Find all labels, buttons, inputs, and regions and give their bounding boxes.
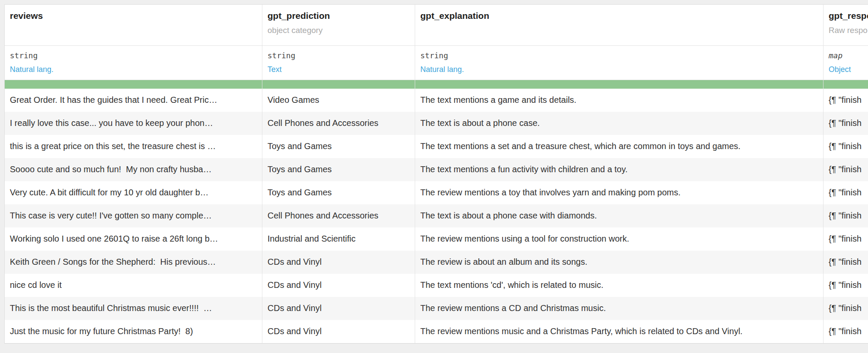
table-row[interactable]: Very cute. A bit difficult for my 10 yr … xyxy=(5,181,868,204)
cell-gpt_explanation: The review mentions music and a Christma… xyxy=(415,320,823,343)
cell-gpt_respo: {¶ "finish xyxy=(823,297,868,320)
table-row[interactable]: Just the music for my future Christmas P… xyxy=(5,320,868,343)
semantic-type-link[interactable]: Text xyxy=(268,65,410,74)
cell-gpt_explanation: The text mentions a game and its details… xyxy=(415,89,823,112)
cell-reviews: I really love this case... you have to k… xyxy=(5,112,262,135)
table-row[interactable]: This case is very cute!! I've gotten so … xyxy=(5,204,868,227)
cell-reviews: Soooo cute and so much fun! My non craft… xyxy=(5,158,262,181)
column-title: gpt_respo xyxy=(829,11,868,21)
column-title: gpt_explanation xyxy=(420,11,818,21)
cell-gpt_respo: {¶ "finish xyxy=(823,112,868,135)
column-type-gpt_prediction: string Text xyxy=(262,46,415,80)
cell-gpt_explanation: The review mentions using a tool for con… xyxy=(415,227,823,251)
table-row[interactable]: Keith Green / Songs for the Shepherd: Hi… xyxy=(5,251,868,274)
column-dtype: string xyxy=(268,51,410,60)
table-row[interactable]: Working solo I used one 2601Q to raise a… xyxy=(5,227,868,251)
cell-gpt_prediction: CDs and Vinyl xyxy=(262,297,415,320)
cell-gpt_respo: {¶ "finish xyxy=(823,204,868,227)
column-subtitle: Raw respo xyxy=(829,26,868,35)
cell-gpt_explanation: The text mentions 'cd', which is related… xyxy=(415,274,823,297)
cell-gpt_explanation: The review mentions a CD and Christmas m… xyxy=(415,297,823,320)
cell-gpt_explanation: The text is about a phone case with diam… xyxy=(415,204,823,227)
table-row[interactable]: this is a great price on this set, the t… xyxy=(5,135,868,158)
column-type-reviews: string Natural lang. xyxy=(5,46,262,80)
cell-reviews: This is the most beautiful Christmas mus… xyxy=(5,297,262,320)
table-body: Great Order. It has the guides that I ne… xyxy=(5,89,868,343)
column-type-gpt_explanation: string Natural lang. xyxy=(415,46,823,80)
highlight-bar-cell xyxy=(823,80,868,89)
cell-gpt_explanation: The text is about a phone case. xyxy=(415,112,823,135)
highlight-bar-cell xyxy=(415,80,823,89)
column-subtitle: object category xyxy=(268,26,410,35)
table-row[interactable]: nice cd love itCDs and VinylThe text men… xyxy=(5,274,868,297)
table-row[interactable]: This is the most beautiful Christmas mus… xyxy=(5,297,868,320)
cell-reviews: Working solo I used one 2601Q to raise a… xyxy=(5,227,262,251)
cell-reviews: Just the music for my future Christmas P… xyxy=(5,320,262,343)
semantic-type-link[interactable]: Natural lang. xyxy=(10,65,257,74)
cell-reviews: this is a great price on this set, the t… xyxy=(5,135,262,158)
highlight-bar-cell xyxy=(262,80,415,89)
cell-gpt_explanation: The review mentions a toy that involves … xyxy=(415,181,823,204)
cell-gpt_respo: {¶ "finish xyxy=(823,274,868,297)
column-dtype: string xyxy=(10,51,257,60)
semantic-type-link[interactable]: Object xyxy=(829,65,868,74)
column-header-gpt_respo[interactable]: gpt_respo Raw respo xyxy=(823,5,868,45)
cell-gpt_prediction: CDs and Vinyl xyxy=(262,320,415,343)
cell-gpt_respo: {¶ "finish xyxy=(823,135,868,158)
table-row[interactable]: I really love this case... you have to k… xyxy=(5,112,868,135)
cell-reviews: This case is very cute!! I've gotten so … xyxy=(5,204,262,227)
cell-reviews: Great Order. It has the guides that I ne… xyxy=(5,89,262,112)
cell-gpt_explanation: The text mentions a set and a treasure c… xyxy=(415,135,823,158)
column-header-gpt_explanation[interactable]: gpt_explanation xyxy=(415,5,823,45)
cell-gpt_prediction: CDs and Vinyl xyxy=(262,274,415,297)
cell-gpt_respo: {¶ "finish xyxy=(823,89,868,112)
table-row[interactable]: Great Order. It has the guides that I ne… xyxy=(5,89,868,112)
cell-gpt_respo: {¶ "finish xyxy=(823,181,868,204)
cell-gpt_respo: {¶ "finish xyxy=(823,320,868,343)
cell-gpt_prediction: Industrial and Scientific xyxy=(262,227,415,251)
cell-gpt_prediction: CDs and Vinyl xyxy=(262,251,415,274)
column-title: gpt_prediction xyxy=(268,11,410,21)
cell-reviews: Very cute. A bit difficult for my 10 yr … xyxy=(5,181,262,204)
cell-gpt_prediction: Toys and Games xyxy=(262,158,415,181)
dataset-table: reviews gpt_prediction object category g… xyxy=(4,4,868,344)
column-header-reviews[interactable]: reviews xyxy=(5,5,262,45)
cell-reviews: nice cd love it xyxy=(5,274,262,297)
cell-gpt_explanation: The text mentions a fun activity with ch… xyxy=(415,158,823,181)
cell-gpt_respo: {¶ "finish xyxy=(823,227,868,251)
cell-gpt_prediction: Video Games xyxy=(262,89,415,112)
cell-reviews: Keith Green / Songs for the Shepherd: Hi… xyxy=(5,251,262,274)
column-header-gpt_prediction[interactable]: gpt_prediction object category xyxy=(262,5,415,45)
table-row[interactable]: Soooo cute and so much fun! My non craft… xyxy=(5,158,868,181)
column-dtype: map xyxy=(829,51,868,60)
cell-gpt_respo: {¶ "finish xyxy=(823,251,868,274)
header-row: reviews gpt_prediction object category g… xyxy=(5,5,868,45)
column-title: reviews xyxy=(10,11,257,21)
column-type-gpt_respo: map Object xyxy=(823,46,868,80)
semantic-type-link[interactable]: Natural lang. xyxy=(420,65,818,74)
cell-gpt_prediction: Cell Phones and Accessories xyxy=(262,112,415,135)
cell-gpt_prediction: Cell Phones and Accessories xyxy=(262,204,415,227)
type-row: string Natural lang. string Text string … xyxy=(5,45,868,80)
cell-gpt_respo: {¶ "finish xyxy=(823,158,868,181)
highlight-bar-cell xyxy=(5,80,262,89)
cell-gpt_explanation: The review is about an album and its son… xyxy=(415,251,823,274)
cell-gpt_prediction: Toys and Games xyxy=(262,181,415,204)
cell-gpt_prediction: Toys and Games xyxy=(262,135,415,158)
highlight-row xyxy=(5,80,868,89)
column-dtype: string xyxy=(420,51,818,60)
